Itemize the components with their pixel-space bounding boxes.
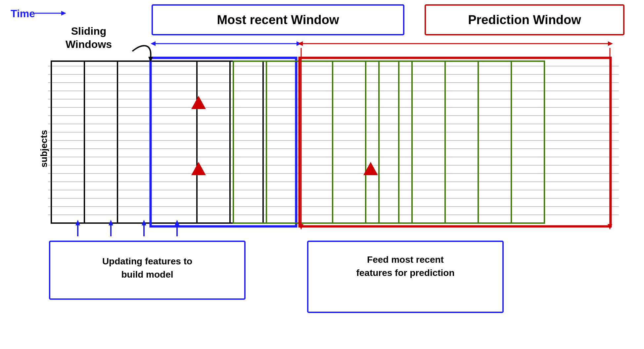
green-window-4 xyxy=(333,61,478,223)
feed-features-label-line2: features for prediction xyxy=(356,268,454,278)
sliding-windows-label2: Windows xyxy=(66,38,112,50)
updating-features-label-line1: Updating features to xyxy=(102,256,192,266)
green-window-3 xyxy=(299,61,445,223)
updating-features-label-line2: build model xyxy=(121,269,173,280)
svg-marker-23 xyxy=(608,41,613,46)
black-window-2 xyxy=(84,61,230,223)
prediction-window-label: Prediction Window xyxy=(468,13,581,27)
green-window-2 xyxy=(266,61,412,223)
most-recent-window-label: Most recent Window xyxy=(217,13,339,27)
green-window-5 xyxy=(366,61,511,223)
sliding-windows-label: Sliding xyxy=(71,25,107,37)
triangle-marker-1 xyxy=(191,96,206,109)
black-window-1 xyxy=(51,61,197,223)
svg-marker-22 xyxy=(298,41,303,46)
feed-features-label-line1: Feed most recent xyxy=(367,254,444,265)
time-label: Time xyxy=(11,8,35,19)
green-window-6 xyxy=(399,61,544,223)
subject-lines xyxy=(48,66,619,215)
black-window-3 xyxy=(117,61,263,223)
subjects-label: subjects xyxy=(39,130,49,168)
blue-window xyxy=(151,58,296,226)
triangle-marker-2 xyxy=(191,162,206,175)
svg-marker-20 xyxy=(151,41,156,46)
time-arrow-head xyxy=(61,11,66,16)
green-window-1 xyxy=(233,61,379,223)
red-window xyxy=(299,58,611,226)
